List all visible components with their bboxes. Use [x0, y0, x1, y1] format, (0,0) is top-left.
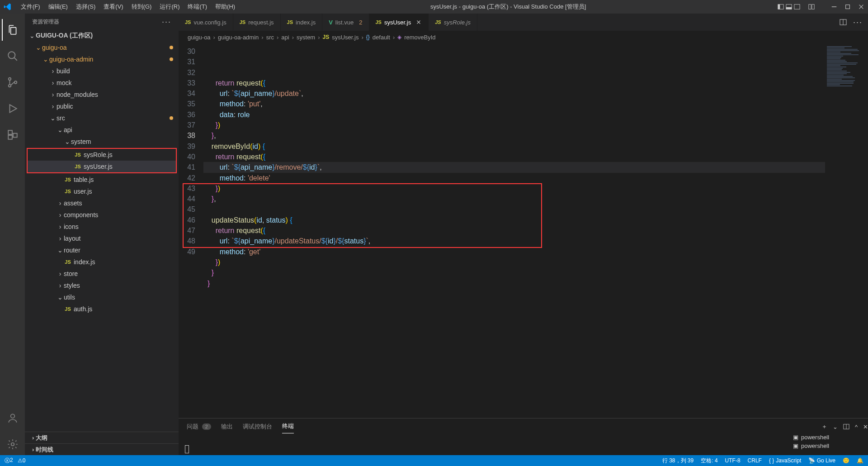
minimize-icon[interactable] — [831, 4, 837, 10]
terminal-instance[interactable]: ▣powershell — [791, 433, 868, 442]
folder-api[interactable]: ⌄api — [25, 124, 179, 136]
folder-icons[interactable]: ›icons — [25, 221, 179, 233]
extensions-icon[interactable] — [2, 124, 24, 146]
breadcrumb-item[interactable]: sysUser.js — [332, 34, 359, 41]
maximize-panel-icon[interactable]: ^ — [855, 423, 858, 430]
panel-tab-debug[interactable]: 调试控制台 — [243, 423, 272, 433]
panel-bottom-icon[interactable] — [786, 4, 792, 10]
tab-list[interactable]: Vlist.vue2 — [322, 14, 369, 31]
tab-index[interactable]: JSindex.js — [281, 14, 323, 31]
menu-terminal[interactable]: 终端(T) — [184, 1, 211, 13]
breadcrumb-item[interactable]: guigu-oa — [188, 34, 211, 41]
folder-mock[interactable]: ›mock — [25, 77, 179, 89]
settings-gear-icon[interactable] — [2, 433, 24, 455]
menu-edit[interactable]: 编辑(E) — [45, 1, 71, 13]
menu-help[interactable]: 帮助(H) — [212, 1, 239, 13]
minimap[interactable] — [825, 43, 868, 418]
file-tablejs[interactable]: JStable.js — [25, 174, 179, 185]
explorer-more-icon[interactable]: ··· — [162, 17, 171, 27]
svg-rect-3 — [786, 7, 792, 9]
split-terminal-icon[interactable] — [843, 423, 849, 430]
new-terminal-icon[interactable]: ＋ — [821, 423, 827, 431]
close-tab-icon[interactable] — [415, 19, 422, 25]
panel-tab-output[interactable]: 输出 — [221, 423, 233, 433]
terminal-body[interactable] — [179, 433, 791, 455]
status-bell-icon[interactable]: 🔔 — [857, 457, 863, 464]
timeline-section[interactable]: › 时间线 — [25, 443, 179, 455]
outline-label: 大纲 — [36, 434, 47, 442]
folder-assets[interactable]: ›assets — [25, 197, 179, 209]
svg-rect-17 — [8, 130, 12, 134]
folder-src[interactable]: ⌄src — [25, 112, 179, 124]
breadcrumb-item[interactable]: removeById — [404, 34, 435, 41]
close-panel-icon[interactable]: ✕ — [863, 423, 868, 430]
breadcrumb-item[interactable]: api — [281, 34, 289, 41]
tab-vueconfig[interactable]: JSvue.config.js — [179, 14, 233, 31]
customize-layout-icon[interactable] — [808, 4, 815, 10]
tab-request[interactable]: JSrequest.js — [233, 14, 281, 31]
file-sysrole[interactable]: JSsysRole.js — [28, 149, 176, 161]
explorer-icon[interactable] — [2, 19, 24, 41]
split-editor-icon[interactable] — [840, 19, 847, 26]
menu-file[interactable]: 文件(F) — [17, 1, 44, 13]
folder-public[interactable]: ›public — [25, 100, 179, 112]
folder-guigu-oa[interactable]: ⌄guigu-oa — [25, 42, 179, 53]
file-indexjs[interactable]: JSindex.js — [25, 256, 179, 268]
source-control-icon[interactable] — [2, 71, 24, 93]
status-cursor-position[interactable]: 行 38，列 39 — [662, 457, 693, 465]
status-eol[interactable]: CRLF — [748, 457, 762, 464]
menu-select[interactable]: 选择(S) — [72, 1, 99, 13]
folder-styles[interactable]: ›styles — [25, 280, 179, 291]
status-language[interactable]: { }JavaScript — [769, 457, 801, 464]
code-content[interactable]: return request({ url: `${api_name}/updat… — [203, 43, 825, 418]
status-warnings[interactable]: ⚠ 0 — [18, 457, 26, 464]
breadcrumb-item[interactable]: system — [297, 34, 315, 41]
breadcrumb[interactable]: guigu-oa› guigu-oa-admin› src› api› syst… — [179, 31, 868, 43]
search-icon[interactable] — [2, 45, 24, 67]
breadcrumb-item[interactable]: guigu-oa-admin — [218, 34, 259, 41]
menu-view[interactable]: 查看(V) — [100, 1, 127, 13]
folder-utils[interactable]: ⌄utils — [25, 291, 179, 303]
panel-right-icon[interactable] — [794, 4, 800, 10]
folder-layout[interactable]: ›layout — [25, 233, 179, 244]
terminal-instance[interactable]: ▣powershell — [791, 442, 868, 450]
status-encoding[interactable]: UTF-8 — [725, 457, 741, 464]
file-authjs[interactable]: JSauth.js — [25, 303, 179, 315]
panel-tab-problems[interactable]: 问题 2 — [187, 423, 211, 433]
panel-left-icon[interactable] — [778, 4, 784, 10]
menu-run[interactable]: 运行(R) — [156, 1, 183, 13]
terminal-dropdown-icon[interactable]: ⌄ — [833, 423, 838, 430]
folder-system[interactable]: ⌄system — [25, 136, 179, 147]
folder-label: node_modules — [57, 91, 98, 98]
folder-node-modules[interactable]: ›node_modules — [25, 89, 179, 100]
workspace-root[interactable]: ⌄GUIGU-OA (工作区) — [25, 30, 179, 42]
file-sysuser[interactable]: JSsysUser.js — [28, 161, 176, 172]
folder-store[interactable]: ›store — [25, 268, 179, 280]
status-errors[interactable]: ⓧ 2 — [5, 457, 13, 465]
status-indentation[interactable]: 空格: 4 — [701, 457, 717, 465]
folder-components[interactable]: ›components — [25, 209, 179, 221]
close-icon[interactable] — [858, 4, 864, 10]
editor-more-icon[interactable]: ··· — [853, 18, 863, 27]
menu-go[interactable]: 转到(G) — [128, 1, 156, 13]
breadcrumb-item[interactable]: src — [266, 34, 274, 41]
account-icon[interactable] — [2, 407, 24, 429]
panel-tab-terminal[interactable]: 终端 — [282, 422, 294, 433]
file-userjs[interactable]: JSuser.js — [25, 185, 179, 197]
code-editor[interactable]: 3031323334353637383940414243444546474849… — [179, 43, 868, 418]
modified-dot-icon — [170, 57, 173, 61]
folder-build[interactable]: ›build — [25, 65, 179, 77]
status-feedback-icon[interactable]: 🙂 — [843, 457, 849, 464]
run-debug-icon[interactable] — [2, 98, 24, 119]
folder-router[interactable]: ⌄router — [25, 244, 179, 256]
breadcrumb-item[interactable]: default — [373, 34, 390, 41]
folder-guigu-oa-admin[interactable]: ⌄guigu-oa-admin — [25, 53, 179, 65]
maximize-icon[interactable] — [844, 4, 851, 10]
tab-sysrole[interactable]: JSsysRole.js — [429, 14, 477, 31]
file-label: auth.js — [74, 305, 92, 313]
status-go-live[interactable]: 📡 Go Live — [808, 457, 835, 464]
layout-controls[interactable] — [778, 4, 815, 10]
tab-problem-count: 2 — [359, 19, 362, 26]
tab-sysuser[interactable]: JSsysUser.js — [369, 14, 429, 31]
outline-section[interactable]: › 大纲 — [25, 432, 179, 443]
